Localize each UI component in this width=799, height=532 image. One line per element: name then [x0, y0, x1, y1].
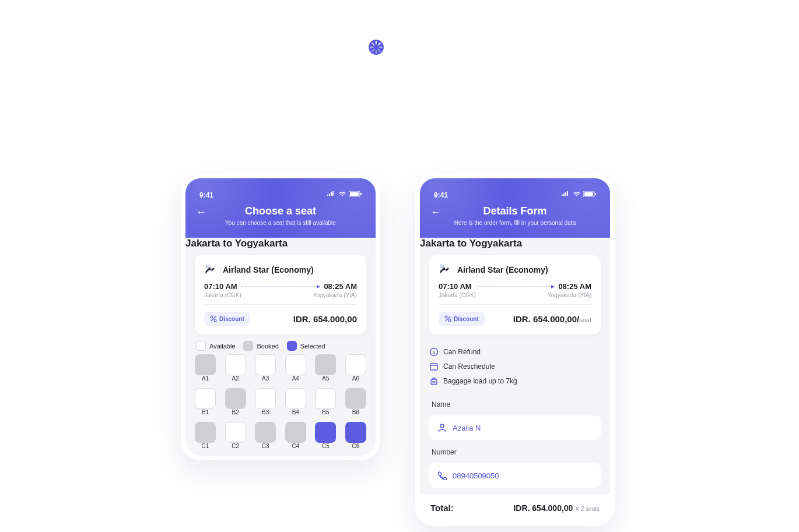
number-input[interactable]: 08940509050	[429, 463, 601, 488]
flight-divider	[476, 286, 554, 287]
seat-C6[interactable]	[345, 422, 366, 443]
svg-rect-24	[430, 364, 437, 370]
battery-icon	[349, 191, 362, 197]
seat-A2[interactable]	[225, 354, 246, 375]
price: IDR. 654.000,00	[293, 314, 357, 324]
status-icons	[561, 191, 596, 199]
discount-badge[interactable]: Discount	[204, 312, 250, 326]
seat-block: B5	[315, 388, 336, 419]
seat-block: C2	[225, 422, 246, 453]
seat-label: C6	[352, 443, 360, 449]
status-icons	[327, 191, 362, 199]
page-subtitle: Here is the order form, fill in your per…	[420, 220, 610, 226]
page-title: Choose a seat	[185, 205, 376, 217]
depart-place: Jakarta (CGK)	[204, 292, 241, 298]
total-value: IDR. 654.000,00 X 2 seats	[513, 503, 600, 513]
total-bar: Total: IDR. 654.000,00 X 2 seats	[420, 494, 610, 522]
benefits-list: $ Can Refund Can Reschedule Baggage load…	[420, 340, 610, 397]
back-button[interactable]: ←	[196, 206, 206, 219]
svg-point-12	[211, 316, 213, 318]
seat-label: B4	[292, 409, 299, 415]
flight-card: Airland Star (Economy) 07:10 AM 08:25 AM…	[195, 255, 366, 334]
legend-available: Available	[209, 343, 235, 350]
seat-block: B6	[345, 388, 366, 419]
svg-rect-9	[350, 192, 359, 196]
svg-line-5	[379, 50, 380, 51]
benefit-reschedule: Can Reschedule	[429, 362, 601, 371]
legend-box-selected	[287, 341, 297, 351]
discount-label: Discount	[219, 316, 244, 322]
seat-B1[interactable]	[195, 388, 216, 409]
status-time: 9:41	[199, 191, 213, 199]
seat-B2	[225, 388, 246, 409]
arrive-place: Yogyakarta (YIA)	[548, 292, 591, 298]
seat-block: A3	[255, 354, 276, 385]
seat-row: C1C2C3C4C5C6	[195, 422, 366, 453]
name-value: Azalia N	[453, 424, 481, 432]
battery-icon	[583, 191, 596, 197]
percent-icon	[444, 315, 451, 322]
refund-icon: $	[429, 347, 439, 357]
svg-point-13	[214, 319, 216, 322]
back-button[interactable]: ←	[430, 206, 441, 219]
seat-block: B2	[225, 388, 246, 419]
seat-B5[interactable]	[315, 388, 336, 409]
page-subtitle: You can choose a seat that is still avai…	[185, 220, 376, 226]
discount-label: Discount	[454, 316, 479, 322]
depart-time: 07:10 AM	[204, 282, 237, 291]
name-input[interactable]: Azalia N	[429, 415, 601, 440]
phone-icon	[437, 471, 447, 480]
seat-C5[interactable]	[315, 422, 336, 443]
percent-icon	[210, 315, 217, 322]
seat-block: A2	[225, 354, 246, 385]
total-label: Total:	[430, 503, 454, 513]
svg-point-32	[440, 424, 444, 428]
seat-block: B1	[195, 388, 216, 419]
route-title: Jakarta to Yogyakarta	[185, 238, 376, 249]
seat-B3[interactable]	[255, 388, 276, 409]
airplane-icon	[204, 263, 217, 276]
seat-label: A1	[202, 375, 209, 382]
svg-line-4	[372, 43, 374, 45]
seat-B4[interactable]	[285, 388, 306, 409]
seat-label: A3	[262, 375, 269, 382]
seat-A3[interactable]	[255, 354, 276, 375]
seat-A4[interactable]	[285, 354, 306, 375]
seat-label: B2	[232, 409, 239, 415]
seat-label: C4	[292, 443, 299, 449]
seat-A1	[195, 354, 216, 375]
baggage-icon	[429, 376, 439, 386]
spinner-icon	[369, 40, 384, 55]
benefit-refund: $ Can Refund	[429, 347, 601, 357]
svg-line-6	[372, 50, 374, 51]
seat-block: C4	[285, 422, 306, 453]
legend-selected: Selected	[300, 343, 325, 350]
seat-block: A5	[315, 354, 336, 385]
seat-B6	[345, 388, 366, 409]
user-icon	[437, 423, 447, 432]
status-bar: 9:41	[185, 185, 376, 205]
discount-badge[interactable]: Discount	[439, 312, 485, 326]
seat-label: A6	[352, 375, 359, 382]
number-value: 08940509050	[453, 471, 499, 480]
legend-booked: Booked	[257, 343, 278, 350]
seat-legend: Available Booked Selected	[196, 341, 365, 351]
seat-C4	[285, 422, 306, 443]
seat-block: C6	[345, 422, 366, 453]
seat-label: C1	[202, 443, 209, 449]
svg-point-19	[445, 316, 447, 318]
seat-A6[interactable]	[345, 354, 366, 375]
seat-block: B4	[285, 388, 306, 419]
svg-rect-10	[360, 193, 362, 195]
seat-block: A1	[195, 354, 216, 385]
svg-rect-17	[595, 193, 596, 195]
calendar-icon	[429, 362, 439, 371]
seat-block: A6	[345, 354, 366, 385]
seat-row: B1B2B3B4B5B6	[195, 388, 366, 419]
phone-choose-seat: 9:41 ← Choose a seat You can choose a se…	[181, 174, 380, 460]
seat-label: A2	[232, 375, 239, 382]
seat-C2[interactable]	[225, 422, 246, 443]
wifi-icon	[338, 191, 346, 197]
svg-line-7	[379, 43, 380, 45]
depart-place: Jakarta (CGK)	[439, 292, 476, 298]
